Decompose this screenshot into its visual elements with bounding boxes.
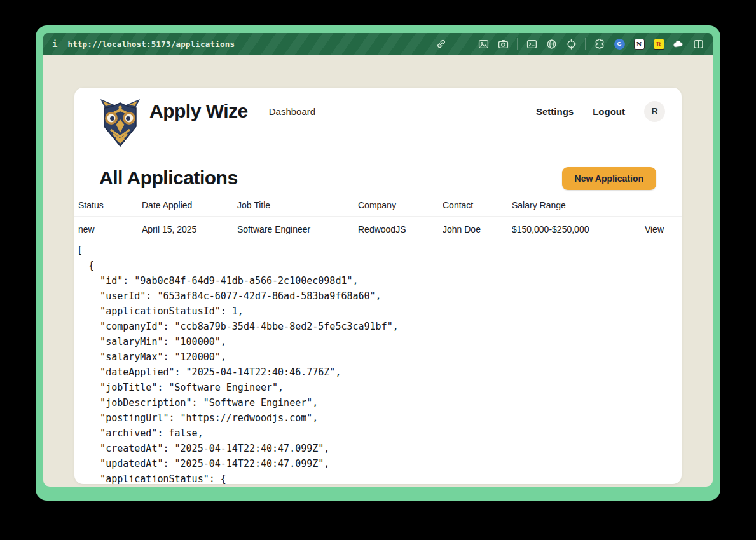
screenshot-icon[interactable]	[478, 38, 489, 50]
globe-icon[interactable]	[546, 38, 557, 50]
browser-toolbar: i http://localhost:5173/applications	[43, 33, 713, 55]
cell-date-applied: April 15, 2025	[138, 217, 233, 243]
password-manager-icon[interactable]: G	[614, 38, 625, 50]
link-icon[interactable]	[436, 38, 447, 50]
extensions-puzzle-icon[interactable]	[594, 38, 605, 50]
app-header: Apply Wize Dashboard Settings Logout R	[74, 88, 682, 135]
settings-link[interactable]: Settings	[536, 106, 574, 117]
page-title: All Applications	[99, 167, 238, 189]
cloud-icon[interactable]	[673, 38, 684, 50]
info-icon: i	[52, 39, 57, 49]
crosshair-icon[interactable]	[565, 38, 577, 50]
address-bar[interactable]: http://localhost:5173/applications	[67, 39, 436, 49]
terminal-icon[interactable]	[526, 38, 537, 50]
logout-link[interactable]: Logout	[593, 106, 625, 117]
col-company: Company	[354, 196, 439, 217]
new-application-button[interactable]: New Application	[562, 167, 656, 190]
col-job-title: Job Title	[233, 196, 354, 217]
col-status: Status	[74, 196, 138, 217]
cell-job-title: Software Engineer	[233, 217, 354, 243]
table-row: new April 15, 2025 Software Engineer Red…	[74, 217, 682, 243]
cell-status: new	[74, 217, 138, 243]
col-actions	[622, 196, 682, 217]
main-head: All Applications New Application	[74, 135, 682, 190]
notion-icon[interactable]: N	[633, 38, 645, 50]
page-viewport: Apply Wize Dashboard Settings Logout R A…	[43, 55, 713, 487]
brand-title[interactable]: Apply Wize	[149, 100, 248, 122]
col-salary-range: Salary Range	[508, 196, 622, 217]
redwood-icon[interactable]: R	[653, 38, 664, 50]
view-link[interactable]: View	[622, 217, 682, 243]
col-contact: Contact	[439, 196, 508, 217]
cell-company: RedwoodJS	[354, 217, 439, 243]
nav-dashboard[interactable]: Dashboard	[269, 106, 315, 117]
avatar[interactable]: R	[644, 101, 665, 122]
cell-contact: John Doe	[439, 217, 508, 243]
col-date-applied: Date Applied	[138, 196, 233, 217]
cell-salary-range: $150,000-$250,000	[508, 217, 622, 243]
split-view-icon[interactable]	[692, 38, 704, 50]
applications-table: Status Date Applied Job Title Company Co…	[74, 196, 682, 243]
camera-icon[interactable]	[497, 38, 509, 50]
owl-logo[interactable]	[99, 98, 142, 147]
browser-window: i http://localhost:5173/applications	[36, 25, 720, 501]
table-header-row: Status Date Applied Job Title Company Co…	[74, 196, 682, 217]
raw-json-dump: [ { "id": "9ab0c84f-64d9-41db-a566-2c100…	[74, 243, 682, 484]
app-card: Apply Wize Dashboard Settings Logout R A…	[74, 88, 682, 484]
